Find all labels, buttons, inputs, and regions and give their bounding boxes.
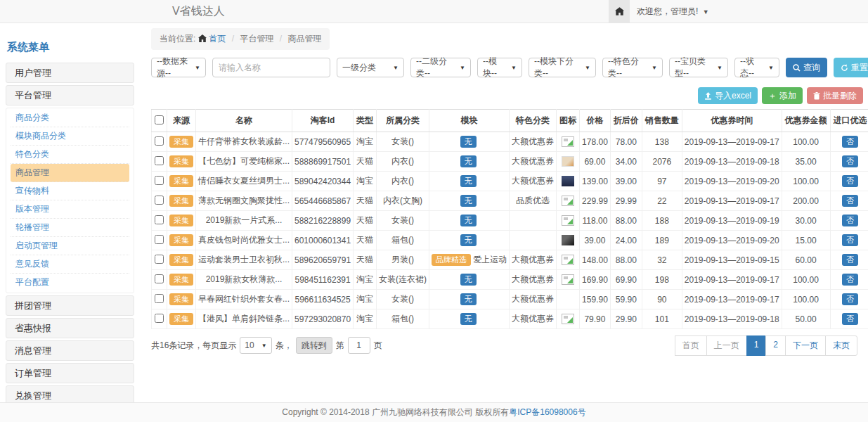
module-cell: 无 [429,231,510,250]
icp-link[interactable]: 粤ICP备16098006号 [509,407,585,417]
row-checkbox[interactable] [155,196,164,205]
sidebar-item-message-management[interactable]: 消息管理 [6,340,134,361]
import-excel-button[interactable]: 导入excel [698,87,758,104]
reset-button[interactable]: 重置 [834,58,868,77]
filter-select-feature-category[interactable]: --特色分类--▼ [602,58,663,77]
column-header: 所属分类 [377,110,429,132]
sidebar-item-order-management[interactable]: 订单管理 [6,363,134,383]
imported-badge[interactable]: 否 [842,136,858,148]
sidebar-item-platform-management[interactable]: 平台管理 [6,85,134,106]
module-cell: 无 [429,290,510,309]
row-checkbox[interactable] [155,274,164,283]
imported-badge[interactable]: 否 [842,313,858,325]
sidebar-submenu-item[interactable]: 商品分类 [11,109,129,127]
price: 79.90 [580,309,611,329]
taoke-id: 565446685867 [292,191,354,211]
sales-count: 189 [642,231,682,250]
pager-button[interactable]: 2 [765,335,786,356]
filter-select-module-subcategory[interactable]: --模块下分类--▼ [529,58,596,77]
sidebar-submenu-item[interactable]: 平台配置 [11,274,129,292]
module-badge: 无 [460,234,477,246]
row-checkbox[interactable] [155,235,164,244]
caret-down-icon: ▼ [703,1,709,23]
imported-badge[interactable]: 否 [842,234,858,246]
product-category: 箱包() [377,231,429,250]
filter-select-data-source[interactable]: --数据来源--▼ [151,58,206,77]
breadcrumb-item[interactable]: 平台管理 [240,34,273,44]
imported-badge[interactable]: 否 [842,293,858,305]
sidebar-item-group-buy-management[interactable]: 拼团管理 [6,295,134,316]
user-menu[interactable]: 欢迎您，管理员! ▼ [637,0,709,23]
sidebar-submenu-item[interactable]: 版本管理 [11,200,129,219]
coupon-amount: 100.00 [782,172,830,191]
search-button[interactable]: 查询 [786,58,827,77]
sidebar-submenu-item[interactable]: 特色分类 [11,146,129,164]
module-text: 爱上运动 [473,255,507,264]
imported-badge[interactable]: 否 [842,155,858,167]
pager-button[interactable]: 首页 [675,335,707,356]
sidebar-submenu-item[interactable]: 宣传物料 [11,182,129,200]
page-number-input[interactable] [348,337,370,354]
row-checkbox[interactable] [155,136,164,146]
column-header: 优惠券时间 [682,110,782,132]
pager-button[interactable]: 1 [746,335,767,356]
row-checkbox[interactable] [155,255,164,264]
caret-down-icon: ▼ [511,65,517,71]
column-header: 特色分类 [510,110,557,132]
coupon-time: 2019-09-13—2019-09-17 [682,132,782,152]
row-checkbox[interactable] [155,156,164,165]
discount-price: 69.90 [610,270,642,290]
pager-button[interactable]: 末页 [825,335,857,356]
filter-select-status[interactable]: --状态--▼ [734,58,779,77]
imported-badge[interactable]: 否 [842,274,858,286]
imported-badge[interactable]: 否 [842,175,858,187]
row-checkbox[interactable] [155,215,164,224]
jump-button[interactable]: 跳转到 [296,337,332,354]
sidebar-item-user-management[interactable]: 用户管理 [6,63,134,83]
sidebar-submenu-item[interactable]: 意见反馈 [11,255,129,274]
taoke-id: 598451162391 [292,270,354,290]
caret-down-icon: ▼ [585,65,590,71]
pager-button[interactable]: 下一页 [785,335,826,356]
filter-select-module[interactable]: --模块--▼ [477,58,522,77]
breadcrumb-home-link[interactable]: 首页 [209,34,226,44]
coupon-time: 2019-09-13—2019-09-18 [682,309,782,329]
add-button[interactable]: ＋ 添加 [762,87,803,104]
imported-badge[interactable]: 否 [842,215,858,226]
imported-badge[interactable]: 否 [842,195,858,207]
imported-badge[interactable]: 否 [842,254,858,266]
coupon-amount: 100.00 [782,132,830,152]
product-name: 运动套装男士卫衣初秋... [196,250,292,270]
pager: 首页 上一页 1 2 下一页 末页 [675,335,857,356]
sidebar-submenu-item[interactable]: 轮播管理 [11,219,129,237]
row-checkbox[interactable] [155,314,164,323]
row-checkbox[interactable] [155,294,164,303]
column-header: 优惠券金额 [782,110,830,132]
module-badge: 无 [460,313,477,325]
home-nav-button[interactable] [609,0,630,23]
sidebar-item-deals-express[interactable]: 省惠快报 [6,318,134,338]
table-row: 采集 【港风】单肩斜跨链条... 597293020870 淘宝 箱包() 无 … [152,309,868,329]
module-cell: 无 [429,270,510,290]
module-cell: 无 [429,152,510,172]
sidebar-submenu-item[interactable]: 商品管理 [11,164,129,182]
sidebar-submenu-item[interactable]: 启动页管理 [11,237,129,255]
caret-down-icon: ▼ [717,65,723,71]
batch-delete-button[interactable]: 批量删除 [807,87,863,104]
filter-select-item-type[interactable]: --宝贝类型--▼ [669,58,728,77]
select-all-checkbox[interactable] [155,115,164,124]
filter-select-category-level2[interactable]: --二级分类--▼ [410,58,471,77]
row-checkbox[interactable] [155,176,164,185]
filter-select-category-level1[interactable]: 一级分类▼ [337,58,404,77]
module-badge: 无 [460,293,477,305]
name-search-input[interactable] [212,58,330,77]
product-category: 箱包() [377,309,429,329]
product-type: 淘宝 [354,132,377,152]
page-size-select[interactable]: 10 ▼ [240,337,271,354]
sidebar-submenu-item[interactable]: 模块商品分类 [11,127,129,146]
product-category: 男装() [377,250,429,270]
product-category: 内衣() [377,172,429,191]
pager-button[interactable]: 上一页 [706,335,747,356]
product-name: 早春网红针织外套女春... [196,290,292,309]
module-badge: 无 [460,155,477,167]
